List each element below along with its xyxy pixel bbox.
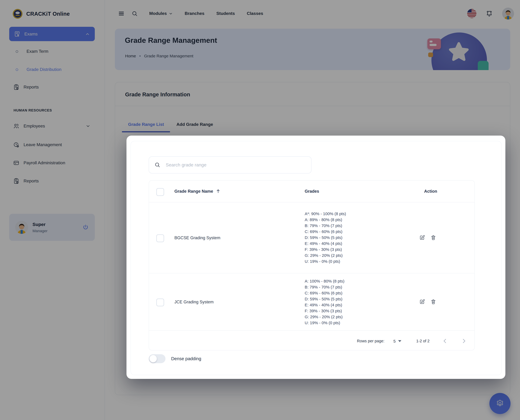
rows-per-page-label: Rows per page:	[357, 339, 384, 343]
grade-range-name: JCE Grading System	[174, 300, 214, 304]
previous-page-button[interactable]	[442, 338, 449, 345]
grade-range-name: BGCSE Grading System	[174, 235, 220, 240]
row-actions	[419, 235, 436, 240]
column-header-grades: Grades	[305, 189, 319, 194]
grades-cell: A*: 90% - 100% (8 pts) A: 89% - 80% (8 p…	[305, 211, 346, 264]
column-header-grade-range-name[interactable]: Grade Range Name	[174, 189, 221, 194]
sort-arrow-up-icon	[216, 189, 221, 194]
rows-per-page-select[interactable]: 5	[393, 339, 401, 343]
grade-range-list-dialog: Grade Range Name Grades Action BGCSE Gra…	[126, 135, 505, 379]
column-header-label: Grade Range Name	[174, 189, 213, 194]
search-input[interactable]	[165, 162, 306, 168]
rows-per-page-value: 5	[393, 339, 396, 343]
edit-icon[interactable]	[419, 235, 425, 240]
table-pagination: Rows per page: 5 1-2 of 2	[149, 331, 474, 351]
pagination-range: 1-2 of 2	[416, 339, 429, 343]
select-all-checkbox[interactable]	[156, 188, 164, 196]
row-checkbox[interactable]	[156, 299, 164, 306]
column-header-action: Action	[424, 189, 437, 194]
dense-padding-label: Dense padding	[171, 356, 201, 361]
caret-down-icon	[398, 340, 401, 342]
dense-padding-control: Dense padding	[149, 354, 201, 363]
delete-trash-icon[interactable]	[430, 235, 436, 240]
table-row: BGCSE Grading System A*: 90% - 100% (8 p…	[149, 202, 474, 273]
table-row: JCE Grading System A: 100% - 80% (8 pts)…	[149, 273, 474, 331]
next-page-button[interactable]	[460, 338, 467, 345]
search-icon	[154, 162, 161, 168]
delete-trash-icon[interactable]	[430, 299, 436, 305]
page: CRACKiT Online Exams Exam Term Grade	[0, 0, 520, 420]
row-actions	[419, 299, 436, 305]
dense-padding-toggle[interactable]	[149, 354, 166, 363]
grade-range-table: Grade Range Name Grades Action BGCSE Gra…	[149, 180, 475, 351]
edit-icon[interactable]	[419, 299, 425, 305]
search-field	[149, 157, 312, 173]
table-header-row: Grade Range Name Grades Action	[149, 180, 474, 202]
row-checkbox[interactable]	[156, 234, 164, 242]
grades-cell: A: 100% - 80% (8 pts) B: 79% - 70% (7 pt…	[305, 278, 344, 326]
